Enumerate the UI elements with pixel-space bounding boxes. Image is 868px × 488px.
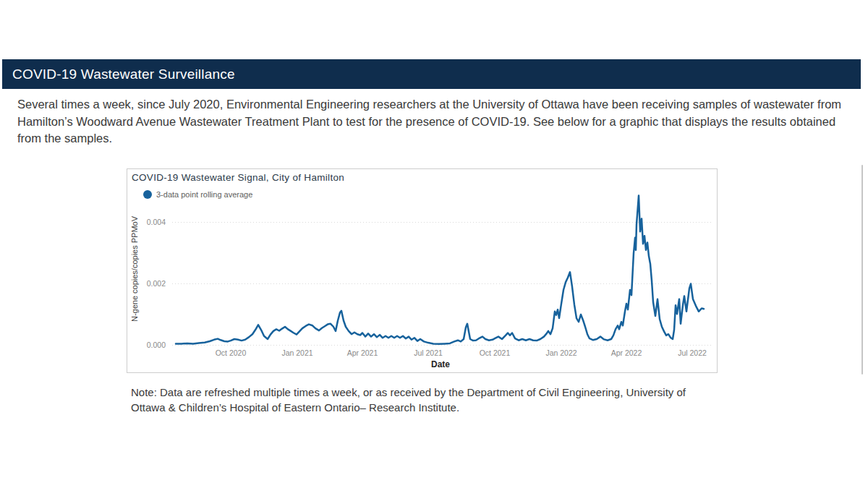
svg-text:Date: Date <box>431 359 450 369</box>
svg-text:Jan 2021: Jan 2021 <box>281 348 312 357</box>
wastewater-line-chart[interactable]: 0.0000.0020.004Oct 2020Jan 2021Apr 2021J… <box>127 169 717 372</box>
svg-text:Jul 2022: Jul 2022 <box>678 348 707 357</box>
vertical-scrollbar-thumb[interactable] <box>861 165 863 374</box>
svg-text:N-gene copies/copies PPMoV: N-gene copies/copies PPMoV <box>130 215 139 322</box>
wastewater-chart-card: COVID-19 Wastewater Signal, City of Hami… <box>127 168 718 373</box>
svg-text:Oct 2020: Oct 2020 <box>216 348 247 357</box>
intro-paragraph: Several times a week, since July 2020, E… <box>17 96 848 147</box>
svg-text:Apr 2022: Apr 2022 <box>611 348 642 357</box>
note-text: Note: Data are refreshed multiple times … <box>131 385 697 415</box>
svg-text:Apr 2021: Apr 2021 <box>347 348 378 357</box>
svg-text:Jul 2021: Jul 2021 <box>414 348 443 357</box>
svg-text:0.002: 0.002 <box>147 279 166 288</box>
page-title: COVID-19 Wastewater Surveillance <box>2 67 235 82</box>
svg-text:0.004: 0.004 <box>147 218 166 226</box>
header-bar: COVID-19 Wastewater Surveillance <box>2 59 861 89</box>
svg-text:Oct 2021: Oct 2021 <box>480 348 511 357</box>
svg-text:0.000: 0.000 <box>147 341 166 349</box>
svg-text:Jan 2022: Jan 2022 <box>545 348 576 357</box>
